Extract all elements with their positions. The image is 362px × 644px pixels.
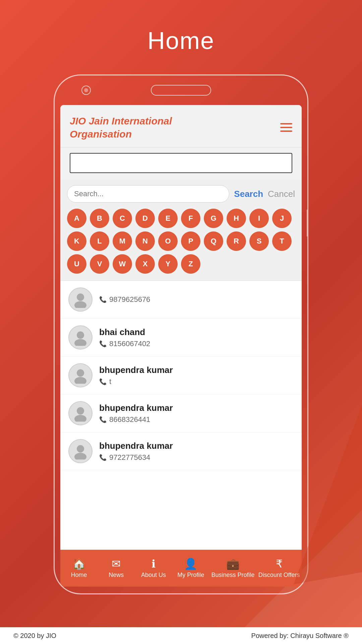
alpha-btn-w[interactable]: W (113, 254, 132, 274)
contact-phone: 📞 t (99, 377, 294, 386)
nav-label-profile: My Profile (177, 572, 204, 579)
alpha-btn-c[interactable]: C (113, 209, 132, 228)
alpha-btn-f[interactable]: F (181, 209, 200, 228)
search-button[interactable]: Search (234, 189, 263, 199)
alpha-btn-j[interactable]: J (272, 209, 292, 228)
phone-number: 8668326441 (109, 415, 150, 424)
alpha-btn-y[interactable]: Y (158, 254, 178, 274)
alpha-btn-s[interactable]: S (249, 231, 269, 251)
contact-info: bhupendra kumar 📞 8668326441 (99, 403, 294, 424)
discount-icon: ₹ (276, 557, 283, 570)
alpha-btn-x[interactable]: X (135, 254, 155, 274)
phone-number: t (109, 377, 111, 386)
phone-icon: 📞 (99, 378, 107, 385)
home-icon: 🏠 (72, 557, 86, 570)
phone-number: 9722775634 (109, 453, 150, 462)
contact-name: bhupendra kumar (99, 365, 294, 375)
alpha-btn-t[interactable]: T (272, 231, 292, 251)
alpha-btn-d[interactable]: D (135, 209, 155, 228)
contact-item[interactable]: bhupendra kumar 📞 9722775634 (60, 432, 302, 470)
nav-item-profile[interactable]: 👤 My Profile (174, 557, 207, 579)
alpha-btn-i[interactable]: I (249, 209, 269, 228)
bottom-nav: 🏠 Home ✉ News ℹ About Us 👤 My Profile 💼 … (60, 550, 302, 587)
svg-point-8 (77, 445, 84, 452)
alpha-btn-k[interactable]: K (67, 231, 86, 251)
avatar (68, 325, 93, 350)
alpha-btn-o[interactable]: O (158, 231, 178, 251)
app-screen: JIO Jain International Organisation Sear… (60, 105, 302, 587)
alpha-btn-b[interactable]: B (90, 209, 109, 228)
app-header: JIO Jain International Organisation (60, 105, 302, 148)
side-button (307, 210, 308, 236)
phone-icon: 📞 (99, 340, 107, 347)
avatar (68, 287, 93, 312)
contact-info: bhai chand 📞 8156067402 (99, 327, 294, 348)
avatar (68, 401, 93, 425)
contact-info: bhupendra kumar 📞 9722775634 (99, 441, 294, 462)
contact-item[interactable]: bhupendra kumar 📞 t (60, 357, 302, 394)
nav-label-home: Home (71, 572, 87, 579)
page-title: Home (147, 27, 215, 54)
filter-area: Search Cancel ABCDEFGHIJKLMNOPQRSTUVWXYZ (60, 180, 302, 281)
contact-list: 📞 9879625676 bhai chand 📞 8156067402 bhu… (60, 281, 302, 550)
search-row: Search Cancel (67, 185, 295, 203)
contact-name: bhupendra kumar (99, 403, 294, 413)
phone-icon: 📞 (99, 296, 107, 303)
contact-phone: 📞 9722775634 (99, 453, 294, 462)
svg-point-9 (74, 453, 86, 460)
contact-item[interactable]: 📞 9879625676 (60, 281, 302, 319)
copyright-bar: © 2020 by JIO Powered by: Chirayu Softwa… (0, 627, 362, 644)
copyright-right: Powered by: Chirayu Software ® (251, 632, 349, 640)
business-icon: 💼 (226, 557, 240, 570)
nav-label-discount: Discount Offers (258, 572, 300, 579)
search-input[interactable] (67, 185, 229, 203)
alpha-btn-a[interactable]: A (67, 209, 86, 228)
hamburger-menu[interactable] (280, 123, 292, 132)
alpha-btn-u[interactable]: U (67, 254, 86, 274)
cancel-button[interactable]: Cancel (268, 189, 295, 199)
phone-icon: 📞 (99, 416, 107, 423)
alpha-btn-g[interactable]: G (204, 209, 223, 228)
main-search-area (60, 148, 302, 180)
alphabet-grid: ABCDEFGHIJKLMNOPQRSTUVWXYZ (67, 209, 295, 274)
about-icon: ℹ (152, 557, 156, 570)
nav-item-discount[interactable]: ₹ Discount Offers (258, 557, 300, 579)
app-logo: JIO Jain International Organisation (70, 114, 172, 141)
alpha-btn-r[interactable]: R (227, 231, 246, 251)
contact-info: bhupendra kumar 📞 t (99, 365, 294, 386)
nav-label-business: Business Profile (211, 572, 254, 579)
alpha-btn-p[interactable]: P (181, 231, 200, 251)
alpha-btn-q[interactable]: Q (204, 231, 223, 251)
contact-item[interactable]: bhupendra kumar 📞 8668326441 (60, 394, 302, 432)
alpha-btn-l[interactable]: L (90, 231, 109, 251)
contact-info: 📞 9879625676 (99, 295, 294, 304)
alpha-btn-h[interactable]: H (227, 209, 246, 228)
nav-item-news[interactable]: ✉ News (100, 557, 133, 579)
phone-number: 8156067402 (109, 339, 150, 348)
alpha-btn-m[interactable]: M (113, 231, 132, 251)
profile-icon: 👤 (184, 557, 197, 570)
nav-item-about[interactable]: ℹ About Us (137, 557, 170, 579)
alpha-btn-z[interactable]: Z (181, 254, 200, 274)
contact-item[interactable]: bhai chand 📞 8156067402 (60, 319, 302, 357)
avatar (68, 439, 93, 463)
svg-point-6 (77, 407, 84, 415)
phone-number: 9879625676 (109, 295, 150, 304)
alpha-btn-n[interactable]: N (135, 231, 155, 251)
alpha-btn-v[interactable]: V (90, 254, 109, 274)
nav-label-news: News (109, 572, 124, 579)
nav-item-business[interactable]: 💼 Business Profile (211, 557, 254, 579)
svg-point-2 (77, 331, 84, 339)
svg-point-3 (74, 339, 86, 346)
svg-point-4 (77, 369, 84, 377)
main-search-input[interactable] (70, 153, 292, 173)
svg-point-1 (74, 301, 86, 308)
contact-phone: 📞 9879625676 (99, 295, 294, 304)
copyright-left: © 2020 by JIO (13, 632, 56, 640)
contact-name: bhai chand (99, 327, 294, 337)
alpha-btn-e[interactable]: E (158, 209, 178, 228)
nav-item-home[interactable]: 🏠 Home (62, 557, 96, 579)
phone-frame: JIO Jain International Organisation Sear… (54, 74, 308, 594)
svg-point-0 (77, 293, 84, 301)
speaker (151, 85, 211, 96)
